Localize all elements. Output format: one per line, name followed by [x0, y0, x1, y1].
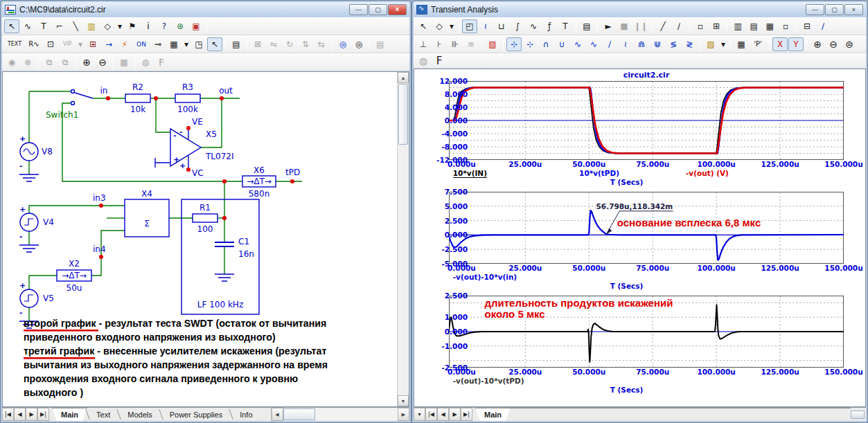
schematic-titlebar[interactable]: C:\MC9\data\circuit2.cir — ▢ × [2, 2, 409, 17]
plot-canvas[interactable]: длительность продуктов искаженийоколо 5 … [449, 296, 844, 368]
shape-dropdown-icon[interactable]: ▾ [116, 19, 124, 33]
split-plot-icon[interactable]: ⊟ [799, 19, 815, 33]
horizontal-measure-icon[interactable]: ⊔ [494, 19, 509, 33]
v-tag-icon[interactable]: ⊹ [522, 37, 538, 51]
node-voltages-icon[interactable]: ⊞ [85, 37, 100, 51]
scroll-right-button[interactable]: ▶ [398, 408, 409, 421]
analysis-titlebar[interactable]: Transient Analysis — ▢ × [414, 2, 866, 17]
horizontal-scroll-thumb[interactable] [283, 408, 315, 420]
info-icon[interactable]: i [141, 19, 156, 33]
run-icon[interactable]: ► [601, 19, 616, 33]
legend--v-out-10-v-in-[interactable]: -v(out)-10*v(in) [453, 273, 517, 281]
legend-10-v-in-[interactable]: 10*v(IN) [453, 169, 487, 178]
tab-power-supplies[interactable]: Power Supplies [161, 408, 231, 421]
zoom-in-icon[interactable]: ⊕ [810, 37, 825, 51]
tab-text[interactable]: Text [88, 408, 118, 421]
shape-group-icon[interactable]: ◇ [100, 19, 115, 33]
vertical-scrollbar[interactable]: ▲ ▼ [397, 72, 409, 406]
attributes-icon[interactable]: ▤ [229, 37, 244, 51]
performance-dropdown-icon[interactable]: ▾ [719, 37, 727, 51]
last-page-button[interactable]: ▶| [461, 408, 472, 421]
tab-models[interactable]: Models [119, 408, 160, 421]
help-pointer-icon[interactable]: ? [157, 19, 172, 33]
wave-low-icon[interactable]: ∿ [586, 37, 601, 51]
first-page-button[interactable]: |◀ [425, 408, 437, 421]
wave-high-icon[interactable]: ∿ [570, 37, 585, 51]
plot-canvas[interactable] [449, 81, 844, 160]
close-button[interactable]: × [388, 4, 407, 15]
global-high-icon[interactable]: ⋒ [634, 37, 649, 51]
schematic-canvas[interactable]: R2 10k R3 100k in out Switch1 VE VC - + … [3, 72, 397, 406]
tab-main[interactable]: Main [52, 408, 87, 421]
vertical-scroll-thumb[interactable] [398, 84, 408, 145]
tag-fx-icon[interactable]: ƒ [542, 19, 557, 33]
numeric-output-icon[interactable]: ▦ [734, 37, 749, 51]
legend--v-out-v-[interactable]: -v(out) (V) [686, 169, 729, 177]
go-to-performance-icon[interactable]: ▨ [703, 37, 718, 51]
border-icon[interactable]: ◳ [191, 37, 206, 51]
grid-icon[interactable]: ▦ [166, 37, 181, 51]
cursor-mode-icon[interactable]: ≀ [478, 19, 493, 33]
ortho-wire-icon[interactable]: ⌐ [52, 19, 67, 33]
peak-icon[interactable]: ∩ [538, 37, 553, 51]
envelope-high-icon[interactable]: ≶ [666, 37, 681, 51]
cursor-a-icon[interactable]: ⊥ [416, 37, 431, 51]
plot-canvas[interactable]: 56.798u,118.342mоснование всплеска 6,8 м… [449, 192, 844, 264]
prev-page-button[interactable]: ◀ [14, 408, 26, 421]
scroll-up-button[interactable]: ▲ [398, 72, 409, 83]
tab-info[interactable]: Info [231, 408, 260, 421]
polyline-tool-icon[interactable]: ∕ [671, 19, 687, 33]
zoom-out-icon[interactable]: ⊖ [95, 55, 110, 69]
grid-dropdown-icon[interactable]: ▾ [182, 37, 191, 51]
shape-dropdown-icon[interactable]: ▾ [448, 19, 456, 33]
y-axis-scale-icon[interactable]: Y [788, 37, 804, 51]
ruler-grid-icon[interactable]: ⊞ [709, 19, 724, 33]
zoom-in-icon[interactable]: ⊕ [79, 55, 94, 69]
wire-mode-icon[interactable]: ∿ [20, 19, 35, 33]
plot-select-dropdown[interactable]: ▾ [414, 408, 425, 421]
vertical-measure-icon[interactable]: ∫ [510, 19, 525, 33]
last-page-button[interactable]: ▶| [37, 408, 49, 421]
tag-point-icon[interactable]: ∿ [526, 19, 541, 33]
zoom-restore-icon[interactable]: ⊜ [842, 37, 857, 51]
vertical-scroll-track[interactable] [398, 145, 409, 395]
cursor-b-icon[interactable]: ⊦ [432, 37, 447, 51]
maximize-button[interactable]: ▢ [369, 4, 387, 15]
global-low-icon[interactable]: ⋓ [650, 37, 665, 51]
component-icon[interactable]: ▥ [84, 19, 99, 33]
diagonal-wire-icon[interactable]: ╲ [68, 19, 83, 33]
flag-icon[interactable]: ⚑ [125, 19, 140, 33]
envelope-low-icon[interactable]: ≷ [682, 37, 697, 51]
scroll-down-button[interactable]: ▼ [398, 395, 409, 406]
node-numbers-icon[interactable]: ⊡ [43, 37, 58, 51]
part-values-icon[interactable]: R∿ [26, 37, 42, 51]
named-toggle-icon[interactable]: ▣ [188, 19, 204, 33]
find-icon[interactable]: ◎ [335, 37, 351, 51]
line-tool-icon[interactable]: ╱ [655, 19, 671, 33]
text-tool-icon[interactable]: T [36, 19, 51, 33]
components[interactable] [20, 90, 276, 315]
cursor-both-icon[interactable]: ⊪ [448, 37, 463, 51]
text-attr-icon[interactable]: TEXT [4, 37, 25, 51]
x-axis-scale-icon[interactable]: X [772, 37, 788, 51]
web-icon[interactable]: ⊛ [172, 19, 188, 33]
horizontal-scrollbar[interactable]: ◀ ▶ [271, 408, 409, 421]
horizontal-scroll-track[interactable] [315, 408, 398, 421]
grid-pattern-icon[interactable]: ▦ [762, 19, 777, 33]
zoom-out-icon[interactable]: ⊖ [826, 37, 841, 51]
slope-tool-icon[interactable]: ∕ [815, 19, 831, 33]
maximize-button[interactable]: ▢ [825, 4, 844, 15]
minimize-button[interactable]: — [349, 4, 368, 15]
select-tool-icon[interactable]: ↖ [4, 19, 19, 33]
pick-mode-icon[interactable]: ↖ [207, 37, 222, 51]
hlines-pattern-icon[interactable]: ▤ [746, 19, 761, 33]
function-f-icon[interactable]: F [432, 54, 447, 68]
prev-page-button[interactable]: ◀ [437, 408, 449, 421]
tabbar-grip[interactable] [851, 411, 865, 419]
first-page-button[interactable]: |◀ [2, 408, 14, 421]
close-button[interactable]: × [844, 4, 863, 15]
scroll-left-button[interactable]: ◀ [272, 408, 283, 421]
current-arrow-icon[interactable]: → [101, 37, 116, 51]
find-next-icon[interactable]: ◎ [351, 37, 366, 51]
vlines-pattern-icon[interactable]: ▥ [730, 19, 745, 33]
